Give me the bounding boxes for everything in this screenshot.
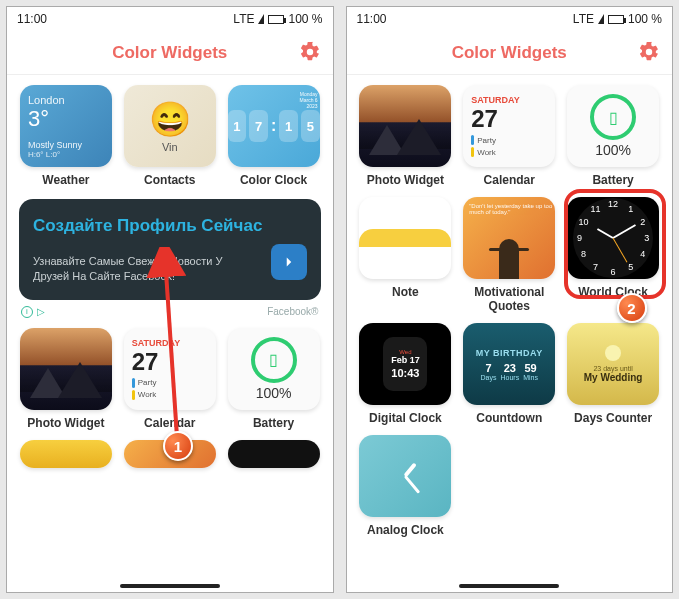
status-bar: 11:00 LTE 100 % bbox=[7, 7, 333, 31]
sun-icon bbox=[605, 345, 621, 361]
clock-m1: 1 bbox=[279, 110, 298, 142]
battery-ring-icon: ▯ bbox=[590, 94, 636, 140]
widget-quotes[interactable]: "Don't let yesterday take up too much of… bbox=[462, 197, 556, 313]
status-bar: 11:00 LTE 100 % bbox=[347, 7, 673, 31]
caption-contacts: Contacts bbox=[144, 173, 195, 187]
annotation-arrow bbox=[137, 247, 197, 447]
clock-12: 12 bbox=[608, 199, 618, 209]
annotation-marker-2: 2 bbox=[617, 293, 647, 323]
widget-battery[interactable]: ▯ 100% Battery bbox=[566, 85, 660, 187]
clock-9: 9 bbox=[577, 233, 582, 243]
phone-left: 11:00 LTE 100 % Color Widgets London 3° … bbox=[6, 6, 334, 593]
battery-icon bbox=[268, 15, 284, 24]
widget-photo[interactable]: Photo Widget bbox=[19, 328, 113, 430]
dig-time: 10:43 bbox=[391, 367, 419, 379]
caption-photo: Photo Widget bbox=[27, 416, 104, 430]
battery-icon bbox=[608, 15, 624, 24]
status-time: 11:00 bbox=[357, 12, 387, 26]
countdown-title: MY BIRTHDAY bbox=[476, 348, 543, 358]
status-time: 11:00 bbox=[17, 12, 47, 26]
settings-button[interactable] bbox=[299, 41, 321, 63]
cal-day: 27 bbox=[471, 105, 498, 133]
clock-7: 7 bbox=[593, 262, 598, 272]
widget-contacts[interactable]: 😄 Vin Contacts bbox=[123, 85, 217, 187]
phone-icon: ▯ bbox=[609, 108, 618, 127]
content-right[interactable]: Photo Widget SATURDAY 27 Party Work Cale… bbox=[347, 75, 673, 592]
analog-clock-face: 12 1 2 3 4 5 6 7 8 9 10 11 bbox=[573, 198, 653, 278]
ad-brand: Facebook® bbox=[267, 306, 318, 317]
clock-10: 10 bbox=[578, 217, 588, 227]
cal-dow: SATURDAY bbox=[471, 95, 520, 105]
widget-photo[interactable]: Photo Widget bbox=[359, 85, 453, 187]
caption-countdown: Countdown bbox=[476, 411, 542, 425]
ad-next-button[interactable] bbox=[271, 244, 307, 280]
days-main: My Wedding bbox=[584, 372, 643, 383]
clock-8: 8 bbox=[581, 249, 586, 259]
widget-digitalclock[interactable]: Wed Feb 17 10:43 Digital Clock bbox=[359, 323, 453, 425]
days-sub: 23 days until bbox=[593, 365, 632, 372]
widget-dayscounter[interactable]: 23 days until My Wedding Days Counter bbox=[566, 323, 660, 425]
clock-6: 6 bbox=[611, 267, 616, 277]
battery-pct: 100% bbox=[256, 385, 292, 401]
caption-battery: Battery bbox=[253, 416, 294, 430]
cal-ev1: Party bbox=[477, 136, 496, 145]
clock-h2: 7 bbox=[249, 110, 268, 142]
caption-colorclock: Color Clock bbox=[240, 173, 307, 187]
ad-title: Создайте Профиль Сейчас bbox=[33, 215, 307, 236]
home-indicator[interactable] bbox=[459, 584, 559, 588]
phone-icon: ▯ bbox=[269, 350, 278, 369]
app-header: Color Widgets bbox=[7, 31, 333, 75]
widget-analogclock[interactable]: Analog Clock bbox=[359, 435, 453, 537]
battery-ring-icon: ▯ bbox=[251, 337, 297, 383]
caption-analog: Analog Clock bbox=[367, 523, 444, 537]
widget-weather[interactable]: London 3° Mostly Sunny H:6° L:0° Weather bbox=[19, 85, 113, 187]
clock-5: 5 bbox=[628, 262, 633, 272]
clock-4: 4 bbox=[640, 249, 645, 259]
caption-days: Days Counter bbox=[574, 411, 652, 425]
caption-quotes: Motivational Quotes bbox=[462, 285, 556, 313]
cd-d: 7 bbox=[481, 362, 497, 374]
status-network: LTE bbox=[233, 12, 254, 26]
home-indicator[interactable] bbox=[120, 584, 220, 588]
caption-photo: Photo Widget bbox=[367, 173, 444, 187]
clock-3: 3 bbox=[644, 233, 649, 243]
watch-icon: Wed Feb 17 10:43 bbox=[383, 337, 427, 391]
battery-pct: 100% bbox=[595, 142, 631, 158]
ad-info-icon[interactable]: i bbox=[21, 306, 33, 318]
widget-battery[interactable]: ▯ 100% Battery bbox=[227, 328, 321, 430]
settings-button[interactable] bbox=[638, 41, 660, 63]
widget-worldclock[interactable]: 12 1 2 3 4 5 6 7 8 9 10 11 bbox=[566, 197, 660, 313]
status-battery: 100 % bbox=[288, 12, 322, 26]
caption-calendar: Calendar bbox=[484, 173, 535, 187]
clock-side: Monday March 6 2023 bbox=[300, 91, 318, 109]
clock-2: 2 bbox=[640, 217, 645, 227]
caption-battery: Battery bbox=[592, 173, 633, 187]
widget-note[interactable]: Note bbox=[359, 197, 453, 313]
widget-partial-3[interactable] bbox=[228, 440, 320, 468]
weather-city: London bbox=[28, 94, 65, 106]
ad-close-icon[interactable]: ▷ bbox=[37, 306, 45, 317]
dig-date: Feb 17 bbox=[391, 355, 420, 365]
clock-sep: : bbox=[271, 117, 276, 135]
chevron-right-icon bbox=[280, 253, 298, 271]
caption-weather: Weather bbox=[42, 173, 89, 187]
phone-right: 11:00 LTE 100 % Color Widgets Photo Widg… bbox=[346, 6, 674, 593]
widget-colorclock[interactable]: 1 7 : 1 5 Monday March 6 2023 Color Cloc… bbox=[227, 85, 321, 187]
app-title: Color Widgets bbox=[452, 43, 567, 63]
widget-countdown[interactable]: MY BIRTHDAY 7Days 23Hours 59Mins Countdo… bbox=[462, 323, 556, 425]
analog-face bbox=[376, 447, 434, 505]
weather-temp: 3° bbox=[28, 106, 49, 132]
contact-name: Vin bbox=[162, 141, 178, 153]
cd-m: 59 bbox=[523, 362, 538, 374]
contact-emoji: 😄 bbox=[149, 99, 191, 139]
gear-icon bbox=[638, 41, 660, 63]
signal-icon bbox=[258, 14, 264, 24]
app-title: Color Widgets bbox=[112, 43, 227, 63]
widget-calendar[interactable]: SATURDAY 27 Party Work Calendar bbox=[462, 85, 556, 187]
widget-partial-1[interactable] bbox=[20, 440, 112, 468]
gear-icon bbox=[299, 41, 321, 63]
clock-11: 11 bbox=[590, 204, 600, 214]
quote-text: "Don't let yesterday take up too much of… bbox=[469, 203, 555, 215]
status-battery: 100 % bbox=[628, 12, 662, 26]
annotation-marker-1: 1 bbox=[163, 431, 193, 461]
